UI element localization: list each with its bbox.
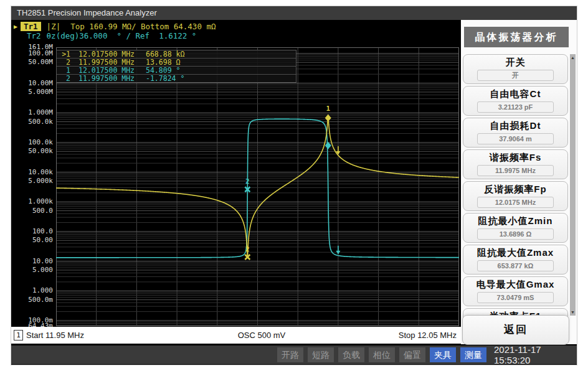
- marker-id: 2: [57, 59, 70, 66]
- y-axis-tick-label: 50.00k: [28, 147, 53, 155]
- y-axis-tick-label: 10.00: [32, 256, 53, 265]
- panel-item-label: 谐振频率Fs: [463, 152, 567, 164]
- panel-item-label: 自由损耗Dt: [463, 120, 567, 132]
- bottom-button-偏置[interactable]: 偏置: [399, 347, 425, 362]
- y-axis-tick-label: 500.0: [32, 206, 53, 214]
- marker-id: >1: [57, 50, 70, 58]
- trace2-info-line: Tr2 θz(deg)36.000 ° / Ref 1.6122 °: [27, 31, 196, 40]
- trace1-info-line: ▶ Tr1 |Z| Top 160.99 MΩ/ Bottom 64.430 m…: [14, 22, 216, 31]
- marker-freq: 11.997500 MHz: [78, 75, 135, 82]
- halfpower-arrowhead-icon: [336, 251, 340, 255]
- y-axis-tick-labels: 161.0M100.0M50.00M10.00M5.000M1.000M500.…: [11, 6, 54, 365]
- marker-val: 668.88 kΩ: [146, 50, 184, 58]
- channel-indicator: 1: [14, 330, 23, 340]
- marker-readout-row: 211.997500 MHz-1.7824 °: [57, 75, 296, 82]
- app-window: TH2851 Precision Impedance Analyzer ▶ Tr…: [11, 6, 577, 365]
- panel-title: 晶体振荡器分析: [464, 27, 569, 47]
- bottom-button-相位[interactable]: 相位: [369, 347, 395, 362]
- panel-item-自由电容Ct[interactable]: 自由电容Ct3.21123 pF: [463, 86, 568, 116]
- y-axis-tick-label: 500.0k: [28, 117, 53, 125]
- y-axis-tick-label: 5.000M: [28, 88, 53, 96]
- bottom-bar: 开路短路负载相位偏置夹具测量 2021-11-17 15:53:20: [11, 345, 577, 364]
- panel-item-阻抗最大值Zmax[interactable]: 阻抗最大值Zmax653.877 kΩ: [463, 245, 568, 275]
- y-axis-tick-label: 1.000k: [28, 197, 53, 205]
- y-axis-tick-label: 100.0k: [28, 138, 53, 146]
- back-button[interactable]: 返回: [462, 315, 569, 345]
- y-axis-tick-label: 161.0M: [28, 43, 53, 51]
- impedance-plot[interactable]: 122: [56, 47, 459, 326]
- panel-item-value: 37.9064 m: [477, 133, 553, 144]
- panel-item-value: 3.21123 pF: [477, 101, 553, 113]
- y-axis-tick-label: 50.00: [32, 236, 53, 244]
- panel-item-value: 13.6896 Ω: [477, 228, 553, 240]
- marker-val: 54.809 °: [146, 67, 180, 74]
- panel-item-谐振频率Fs[interactable]: 谐振频率Fs11.9975 MHz: [463, 149, 568, 179]
- sweep-start-value[interactable]: Start 11.95 MHz: [26, 331, 84, 340]
- bottom-button-夹具[interactable]: 夹具: [430, 347, 456, 362]
- clock: 2021-11-17 15:53:20: [494, 344, 575, 365]
- panel-item-label: 阻抗最大值Zmax: [463, 247, 567, 259]
- y-axis-tick-label: 100.0: [32, 227, 53, 235]
- panel-item-label: 反谐振频率Fp: [463, 184, 567, 195]
- panel-item-list: 开关开自由电容Ct3.21123 pF自由损耗Dt37.9064 m谐振频率Fs…: [463, 54, 568, 339]
- scroll-up-icon[interactable]: ▲: [570, 55, 576, 60]
- bottom-button-短路[interactable]: 短路: [308, 347, 334, 362]
- panel-item-阻抗最小值Zmin[interactable]: 阻抗最小值Zmin13.6896 Ω: [463, 213, 568, 243]
- marker-diamond-tr2[interactable]: [325, 142, 331, 149]
- panel-item-自由损耗Dt[interactable]: 自由损耗Dt37.9064 m: [463, 118, 568, 148]
- marker-freq: 12.017500 MHz: [78, 50, 135, 58]
- panel-item-value: 73.0479 mS: [477, 292, 553, 303]
- title-bar: TH2851 Precision Impedance Analyzer: [11, 6, 577, 20]
- trace2-label[interactable]: Tr2: [27, 31, 41, 40]
- panel-item-开关[interactable]: 开关开: [463, 54, 568, 84]
- trace1-chip[interactable]: Tr1: [21, 22, 41, 31]
- panel-item-value: 开: [477, 70, 553, 81]
- side-panel: 晶体振荡器分析 开关开自由电容Ct3.21123 pF自由损耗Dt37.9064…: [461, 20, 577, 344]
- panel-scrollbar[interactable]: ▲ ▼: [570, 54, 576, 316]
- sweep-stop-value[interactable]: Stop 12.05 MHz: [399, 331, 457, 340]
- window-title: TH2851 Precision Impedance Analyzer: [11, 8, 157, 17]
- marker-label: 1: [326, 105, 330, 113]
- trace2-scale-text: θz(deg)36.000 ° / Ref 1.6122 °: [47, 31, 197, 40]
- marker-id: 2: [57, 75, 70, 82]
- marker-freq: 12.017500 MHz: [78, 67, 135, 74]
- y-axis-tick-label: 5.000k: [28, 177, 53, 185]
- y-axis-tick-label: 100.0M: [28, 49, 53, 57]
- bottom-button-测量[interactable]: 测量: [460, 347, 486, 362]
- y-axis-tick-label: 10.00k: [28, 167, 53, 176]
- y-axis-tick-label: 500.0m: [28, 295, 53, 303]
- y-axis-tick-label: 5.000: [32, 266, 53, 274]
- panel-item-value: 12.0175 MHz: [477, 197, 553, 208]
- panel-item-label: 开关: [463, 57, 567, 68]
- panel-item-label: 自由电容Ct: [463, 88, 567, 100]
- panel-item-value: 653.877 kΩ: [477, 260, 553, 271]
- marker-id: 1: [57, 67, 70, 74]
- active-trace-arrow-icon: ▶: [14, 23, 17, 30]
- sweep-info-bar: 1 Start 11.95 MHz OSC 500 mV Stop 12.05 …: [11, 327, 461, 344]
- y-axis-tick-label: 10.00M: [28, 78, 53, 87]
- y-axis-tick-label: 50.00M: [28, 58, 53, 66]
- calibration-button-group: 开路短路负载相位偏置夹具测量: [277, 347, 486, 362]
- osc-level-value[interactable]: OSC 500 mV: [238, 331, 286, 340]
- marker-val: 13.698 Ω: [146, 59, 180, 66]
- marker-label: 2: [245, 245, 250, 253]
- panel-item-电导最大值Gmax[interactable]: 电导最大值Gmax73.0479 mS: [463, 276, 568, 306]
- panel-item-反谐振频率Fp[interactable]: 反谐振频率Fp12.0175 MHz: [463, 181, 568, 211]
- marker-label: 2: [245, 177, 250, 186]
- bottom-button-负载[interactable]: 负载: [338, 347, 364, 362]
- panel-item-label: 阻抗最小值Zmin: [463, 215, 567, 227]
- trace1-scale-text: Top 160.99 MΩ/ Bottom 64.430 mΩ: [70, 22, 216, 31]
- panel-item-label: 电导最大值Gmax: [463, 279, 567, 291]
- marker-freq: 11.997500 MHz: [78, 59, 135, 66]
- marker-val: -1.7824 °: [146, 75, 184, 82]
- trace1-parameter[interactable]: |Z|: [47, 22, 61, 31]
- y-axis-tick-label: 1.000M: [28, 108, 53, 116]
- y-axis-tick-label: 100.0m: [28, 316, 53, 324]
- bottom-button-开路[interactable]: 开路: [277, 347, 303, 362]
- y-axis-tick-label: 1.000: [32, 286, 53, 294]
- panel-item-value: 11.9975 MHz: [477, 165, 553, 176]
- marker-readout-table: >112.017500 MHz668.88 kΩ211.997500 MHz13…: [56, 50, 296, 83]
- scroll-down-icon[interactable]: ▼: [570, 310, 576, 314]
